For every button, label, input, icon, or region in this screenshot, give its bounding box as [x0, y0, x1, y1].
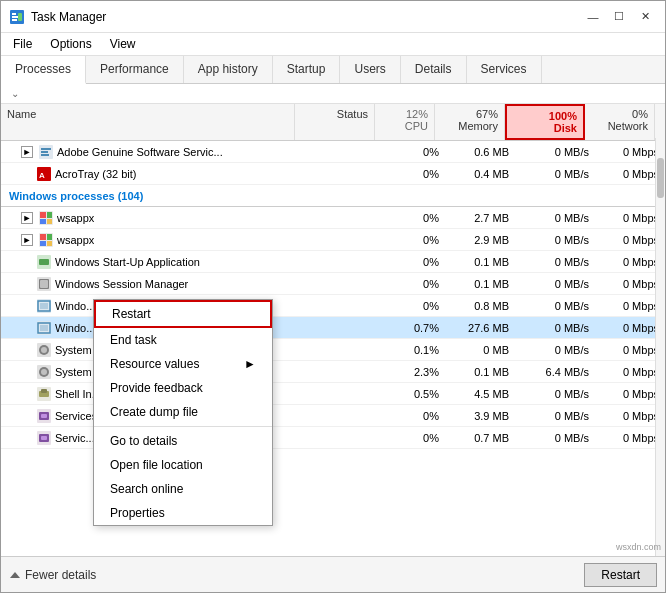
svg-rect-17	[40, 234, 46, 240]
header-name[interactable]: Name	[1, 104, 295, 140]
close-button[interactable]: ✕	[633, 7, 657, 27]
fewer-details-button[interactable]: Fewer details	[9, 568, 96, 582]
cell-memory: 0.4 MB	[445, 166, 515, 182]
header-status[interactable]: Status	[295, 104, 375, 140]
table-row[interactable]: Windows Session Manager 0% 0.1 MB 0 MB/s…	[1, 273, 665, 295]
title-bar-title: Task Manager	[31, 10, 106, 24]
expand-icon[interactable]: ►	[21, 212, 33, 224]
svg-rect-22	[39, 259, 49, 265]
cell-name: ► wsappx	[1, 231, 305, 249]
section-header-label: Windows processes (104)	[1, 188, 665, 204]
svg-rect-1	[12, 13, 16, 15]
cell-name: Windows Session Manager	[1, 275, 305, 293]
context-menu-restart[interactable]: Restart	[94, 300, 272, 328]
row-icon	[37, 409, 51, 423]
context-menu: Restart End task Resource values ► Provi…	[93, 299, 273, 526]
row-icon	[39, 233, 53, 247]
header-memory[interactable]: 67% Memory	[435, 104, 505, 140]
row-icon	[37, 343, 51, 357]
cell-cpu: 0%	[385, 166, 445, 182]
svg-rect-14	[40, 219, 46, 224]
svg-text:A: A	[39, 171, 45, 180]
cell-name: A AcroTray (32 bit)	[1, 165, 305, 183]
context-menu-open-file-location[interactable]: Open file location	[94, 453, 272, 477]
svg-rect-12	[40, 212, 46, 218]
expand-icon[interactable]: ►	[21, 234, 33, 246]
context-menu-end-task[interactable]: End task	[94, 328, 272, 352]
context-menu-resource-values[interactable]: Resource values ►	[94, 352, 272, 376]
title-bar: Task Manager — ☐ ✕	[1, 1, 665, 33]
expand-icon[interactable]: ►	[21, 146, 33, 158]
header-network[interactable]: 0% Network	[585, 104, 655, 140]
context-menu-divider	[94, 426, 272, 427]
svg-rect-4	[18, 13, 22, 21]
submenu-arrow: ►	[244, 357, 256, 371]
svg-rect-28	[40, 303, 48, 309]
cell-status	[305, 150, 385, 154]
context-menu-provide-feedback[interactable]: Provide feedback	[94, 376, 272, 400]
table-row[interactable]: ► Adobe Genuine Software Servic... 0% 0.…	[1, 141, 665, 163]
table-row[interactable]: A AcroTray (32 bit) 0% 0.4 MB 0 MB/s 0 M…	[1, 163, 665, 185]
header-disk[interactable]: 100% Disk	[505, 104, 585, 140]
tab-details[interactable]: Details	[401, 56, 467, 83]
svg-rect-2	[12, 16, 18, 18]
tab-processes[interactable]: Processes	[1, 56, 86, 84]
table-container: ⌄ Name Status 12% Name CPU 67% Memory 10…	[1, 84, 665, 556]
context-menu-search-online[interactable]: Search online	[94, 477, 272, 501]
header-cpu[interactable]: 12% Name CPU	[375, 104, 435, 140]
svg-marker-47	[10, 572, 20, 578]
table-header: Name Status 12% Name CPU 67% Memory 100%…	[1, 104, 665, 141]
svg-rect-19	[40, 241, 46, 246]
scrollbar-thumb[interactable]	[657, 158, 664, 198]
chevron-up-icon	[9, 569, 21, 581]
table-row[interactable]: ► wsappx 0% 2.7 MB 0 MB/s 0 Mbps	[1, 207, 665, 229]
svg-rect-43	[41, 414, 47, 418]
restart-button[interactable]: Restart	[584, 563, 657, 587]
tab-bar: Processes Performance App history Startu…	[1, 56, 665, 84]
menu-bar: File Options View	[1, 33, 665, 56]
bottom-bar: Fewer details Restart	[1, 556, 665, 592]
svg-rect-20	[47, 241, 52, 246]
task-manager-window: Task Manager — ☐ ✕ File Options View Pro…	[0, 0, 666, 593]
svg-point-34	[41, 347, 47, 353]
cell-disk: 0 MB/s	[515, 166, 595, 182]
svg-rect-7	[41, 151, 48, 153]
acrotray-icon: A	[37, 167, 51, 181]
minimize-button[interactable]: —	[581, 7, 605, 27]
menu-file[interactable]: File	[5, 35, 40, 53]
svg-rect-15	[47, 219, 52, 224]
svg-rect-46	[41, 436, 47, 440]
table-row[interactable]: ► wsappx 0% 2.9 MB 0 MB/s 0 Mbps	[1, 229, 665, 251]
maximize-button[interactable]: ☐	[607, 7, 631, 27]
tab-users[interactable]: Users	[340, 56, 400, 83]
context-menu-go-to-details[interactable]: Go to details	[94, 429, 272, 453]
task-manager-icon	[9, 9, 25, 25]
row-icon	[39, 211, 53, 225]
cell-cpu: 0%	[385, 144, 445, 160]
svg-point-37	[41, 369, 47, 375]
menu-view[interactable]: View	[102, 35, 144, 53]
row-icon	[39, 145, 53, 159]
cell-disk: 0 MB/s	[515, 144, 595, 160]
tab-performance[interactable]: Performance	[86, 56, 184, 83]
row-icon	[37, 321, 51, 335]
cell-memory: 0.6 MB	[445, 144, 515, 160]
row-icon	[37, 255, 51, 269]
menu-options[interactable]: Options	[42, 35, 99, 53]
context-menu-properties[interactable]: Properties	[94, 501, 272, 525]
cell-status	[305, 172, 385, 176]
svg-rect-3	[12, 19, 17, 21]
tab-services[interactable]: Services	[467, 56, 542, 83]
tab-app-history[interactable]: App history	[184, 56, 273, 83]
table-row[interactable]: Windows Start-Up Application 0% 0.1 MB 0…	[1, 251, 665, 273]
svg-rect-18	[47, 234, 52, 240]
row-icon	[37, 299, 51, 313]
tab-startup[interactable]: Startup	[273, 56, 341, 83]
watermark: wsxdn.com	[616, 542, 661, 552]
cell-name: Windows Start-Up Application	[1, 253, 305, 271]
context-menu-create-dump[interactable]: Create dump file	[94, 400, 272, 424]
cell-name: ► Adobe Genuine Software Servic...	[1, 143, 305, 161]
scrollbar[interactable]	[655, 138, 665, 556]
section-header-windows: Windows processes (104)	[1, 185, 665, 207]
svg-rect-31	[40, 325, 48, 331]
